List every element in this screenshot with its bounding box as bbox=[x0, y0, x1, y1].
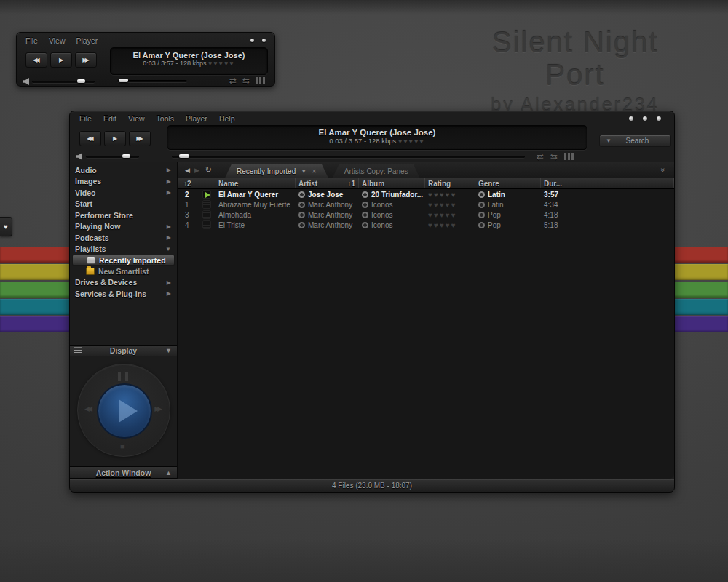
sidebar-item-playlists[interactable]: Playlists▼ bbox=[70, 244, 177, 255]
mini-menu-view[interactable]: View bbox=[49, 36, 66, 45]
sidebar-item-images[interactable]: Images▶ bbox=[70, 176, 177, 188]
volume-icon[interactable] bbox=[76, 153, 83, 160]
menu-help[interactable]: Help bbox=[219, 114, 235, 123]
cell-rating[interactable]: ♥♥♥♥♥ bbox=[425, 201, 475, 209]
column-name[interactable]: Name bbox=[215, 178, 296, 188]
tab-recently-imported[interactable]: Recently Imported ▼ ✕ bbox=[225, 164, 328, 178]
shuffle-icon[interactable]: ⇄ bbox=[537, 151, 544, 162]
rating-hearts[interactable]: ♥♥♥♥♥ bbox=[428, 221, 457, 229]
minimize-button[interactable] bbox=[629, 116, 633, 121]
dpad-play-button[interactable] bbox=[97, 383, 152, 439]
search-dropdown-icon[interactable]: ▼ bbox=[606, 137, 612, 144]
track-row[interactable]: 4 El Triste Marc Anthony Iconos ♥♥♥♥♥ Po… bbox=[178, 220, 674, 230]
mini-close-button[interactable] bbox=[262, 39, 266, 42]
rating-hearts[interactable]: ♥♥♥♥♥ bbox=[398, 137, 425, 145]
stop-icon[interactable]: ■ bbox=[120, 442, 125, 450]
mini-previous-button[interactable]: ◀◀ bbox=[25, 52, 47, 68]
mini-next-button[interactable]: ▶▶ bbox=[75, 52, 97, 68]
link-icon[interactable] bbox=[362, 202, 368, 208]
link-icon[interactable] bbox=[478, 191, 485, 198]
track-row[interactable]: 1 Abrázame Muy Fuerte Marc Anthony Icono… bbox=[178, 199, 674, 210]
tab-overflow-icon[interactable]: » bbox=[660, 168, 668, 172]
column-icon[interactable] bbox=[199, 178, 215, 188]
menu-player[interactable]: Player bbox=[186, 114, 207, 123]
sidebar-item-performer-store[interactable]: Performer Store bbox=[70, 210, 177, 221]
sidebar-item-audio[interactable]: Audio▶ bbox=[70, 164, 177, 176]
menu-file[interactable]: File bbox=[79, 114, 92, 123]
sidebar-item-video[interactable]: Video▶ bbox=[70, 187, 177, 199]
mini-volume-thumb[interactable] bbox=[77, 79, 85, 83]
tab-artists-copy-panes[interactable]: Artists Copy: Panes bbox=[333, 164, 420, 178]
tab-close-icon[interactable]: ✕ bbox=[312, 168, 317, 175]
rating-hearts[interactable]: ♥♥♥♥♥ bbox=[428, 201, 457, 209]
seek-thumb[interactable] bbox=[179, 154, 189, 158]
cell-rating[interactable]: ♥♥♥♥♥ bbox=[425, 211, 475, 219]
link-icon[interactable] bbox=[478, 212, 485, 218]
mini-menu-player[interactable]: Player bbox=[76, 36, 98, 45]
tab-dropdown-icon[interactable]: ▼ bbox=[301, 168, 306, 175]
rating-hearts[interactable]: ♥♥♥♥♥ bbox=[428, 211, 457, 219]
link-icon[interactable] bbox=[362, 191, 368, 198]
link-icon[interactable] bbox=[298, 212, 305, 218]
display-panel-header[interactable]: Display ▼ bbox=[70, 345, 177, 356]
shuffle-icon[interactable]: ⇄ bbox=[229, 76, 237, 86]
forward-icon[interactable]: ▶ bbox=[194, 167, 199, 174]
close-button[interactable] bbox=[657, 116, 661, 121]
menu-edit[interactable]: Edit bbox=[103, 114, 116, 123]
mini-minimize-button[interactable] bbox=[250, 39, 254, 42]
action-window-header[interactable]: Action Window ▲ bbox=[70, 466, 177, 479]
maximize-button[interactable] bbox=[643, 116, 647, 121]
back-icon[interactable]: ◀ bbox=[185, 167, 190, 174]
chevron-down-icon[interactable]: ▼ bbox=[165, 347, 172, 354]
previous-button[interactable]: ◀◀ bbox=[79, 131, 101, 146]
menu-view[interactable]: View bbox=[128, 114, 145, 123]
refresh-icon[interactable]: ↻ bbox=[205, 165, 212, 175]
volume-slider[interactable] bbox=[86, 156, 139, 159]
sidebar-item-new-smartlist[interactable]: New Smartlist bbox=[70, 266, 177, 277]
mini-menu-file[interactable]: File bbox=[25, 36, 38, 45]
column-sort-number[interactable]: ↑2 bbox=[178, 178, 199, 188]
link-icon[interactable] bbox=[298, 191, 305, 198]
favorites-edge-tab[interactable]: ♥ bbox=[0, 217, 12, 236]
mini-play-button[interactable]: ▶ bbox=[50, 52, 72, 68]
chevron-up-icon[interactable]: ▲ bbox=[165, 469, 172, 477]
mini-seek-thumb[interactable] bbox=[119, 79, 128, 82]
repeat-icon[interactable]: ⇆ bbox=[242, 76, 250, 86]
column-duration[interactable]: Dur... bbox=[541, 178, 571, 188]
seek-slider[interactable] bbox=[172, 156, 525, 159]
column-genre[interactable]: Genre bbox=[475, 178, 541, 188]
track-row[interactable]: 3 Almohada Marc Anthony Iconos ♥♥♥♥♥ Pop… bbox=[178, 210, 674, 220]
column-artist[interactable]: Artist↑1 bbox=[296, 178, 359, 188]
volume-thumb[interactable] bbox=[122, 154, 130, 158]
sidebar-item-playing-now[interactable]: Playing Now▶ bbox=[70, 221, 177, 233]
link-icon[interactable] bbox=[298, 222, 305, 228]
mini-seek-slider[interactable] bbox=[117, 80, 187, 83]
column-rating[interactable]: Rating bbox=[425, 178, 475, 188]
cell-rating[interactable]: ♥♥♥♥♥ bbox=[425, 191, 475, 199]
link-icon[interactable] bbox=[478, 222, 485, 228]
column-album[interactable]: Album bbox=[359, 178, 425, 188]
track-row[interactable]: 2 El Amar Y Querer Jose Jose 20 Triunfad… bbox=[178, 189, 674, 199]
repeat-icon[interactable]: ⇆ bbox=[550, 151, 558, 162]
sidebar-item-podcasts[interactable]: Podcasts▶ bbox=[70, 232, 177, 244]
fast-forward-icon[interactable]: ▶▶ bbox=[154, 405, 160, 412]
sidebar-item-services-plugins[interactable]: Services & Plug-ins▶ bbox=[70, 288, 177, 300]
equalizer-icon[interactable] bbox=[256, 77, 258, 84]
mini-rating-hearts[interactable]: ♥♥♥♥♥ bbox=[208, 60, 235, 67]
link-icon[interactable] bbox=[478, 202, 485, 208]
mini-volume-slider[interactable] bbox=[32, 81, 95, 84]
link-icon[interactable] bbox=[362, 212, 368, 218]
sidebar-item-recently-imported[interactable]: Recently Imported bbox=[72, 255, 175, 266]
mini-volume-icon[interactable] bbox=[23, 78, 30, 85]
cell-rating[interactable]: ♥♥♥♥♥ bbox=[425, 221, 475, 229]
link-icon[interactable] bbox=[362, 222, 368, 228]
menu-tools[interactable]: Tools bbox=[157, 114, 175, 123]
link-icon[interactable] bbox=[298, 202, 305, 208]
rating-hearts[interactable]: ♥♥♥♥♥ bbox=[428, 191, 457, 199]
play-button[interactable]: ▶ bbox=[104, 131, 126, 146]
sidebar-item-start[interactable]: Start bbox=[70, 199, 177, 210]
rewind-icon[interactable]: ◀◀ bbox=[84, 405, 90, 412]
pause-icon[interactable] bbox=[118, 372, 128, 381]
sidebar-item-drives-devices[interactable]: Drives & Devices▶ bbox=[70, 277, 177, 289]
search-box[interactable]: ▼ Search bbox=[599, 135, 671, 147]
